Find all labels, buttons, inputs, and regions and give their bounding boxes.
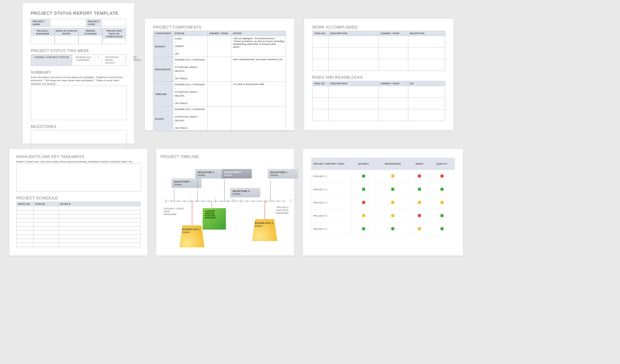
report-card-row: PROJECT 2 (311, 183, 455, 196)
timeline-tick (203, 200, 203, 202)
meta-value[interactable] (103, 39, 126, 44)
status-dot-cell (351, 170, 376, 183)
timeline-tick (266, 199, 266, 203)
timeline-tick (241, 199, 241, 203)
schedule-title: PROJECT SCHEDULE (16, 196, 140, 200)
notes-cell[interactable]: On track to final launch date (231, 82, 286, 107)
timeline-tick (234, 200, 235, 202)
notes-cell[interactable]: New developments, new team members, etc. (231, 57, 286, 82)
status-bar: OVERALL PROJECT STATUS ROADBLOCK / OVERA… (31, 54, 126, 66)
status-dot-icon (362, 201, 365, 204)
status-option[interactable]: ON TRACK (130, 55, 145, 66)
report-card-table: PROJECT REPORT CARD BUDGET RESOURCES RIS… (311, 158, 455, 236)
status-dot-cell (410, 170, 429, 183)
col-header: RESOURCES (376, 158, 410, 170)
owner-cell[interactable] (207, 36, 231, 57)
milestone-stem (198, 180, 198, 201)
status-dot-icon (391, 174, 395, 178)
status-dot-cell (376, 209, 410, 223)
status-dot-icon (391, 227, 395, 230)
roadblock-2: ROADBLOCK 2Details (252, 219, 277, 241)
col-header: OWNER / TEAM (207, 31, 231, 36)
components-title: PROJECT COMPONENTS (153, 25, 286, 29)
owner-cell[interactable] (207, 57, 231, 82)
project-name-value[interactable] (50, 19, 86, 27)
roadblock-stem (192, 201, 192, 226)
report-card-row: PROJECT 5 (311, 223, 455, 236)
status-dot-cell (351, 183, 376, 196)
status-dot-icon (440, 187, 444, 191)
roadblock-1: ROADBLOCK 1Details (179, 225, 204, 247)
highlights-box[interactable] (16, 163, 141, 192)
status-option[interactable]: POTENTIAL RISKS / DELAYS (102, 55, 122, 66)
status-dot-icon (440, 214, 444, 217)
owner-cell[interactable] (207, 82, 231, 107)
status-cell[interactable]: ROADBLOCK / OVERAGE – POTENTIAL RISKS / … (173, 107, 208, 131)
milestone-stem (233, 198, 233, 201)
timeline-tick (253, 200, 253, 202)
status-dot-icon (418, 187, 421, 191)
risk-table: RISK NO. DESCRIPTION OWNER / TEAM FIX (312, 81, 445, 121)
col-header: TASK NO. (313, 31, 329, 36)
status-dot-icon (418, 214, 421, 217)
timeline-tick (197, 200, 197, 202)
report-title: PROJECT STATUS REPORT TEMPLATE (31, 11, 126, 16)
status-dot-cell (429, 209, 455, 223)
end-label: PROJECTEND DATE00/00/0000 (263, 206, 289, 214)
status-cell[interactable]: ROADBLOCK / OVERAGE – POTENTIAL RISKS / … (173, 82, 208, 107)
milestone-stem (224, 180, 225, 201)
meta-value[interactable] (31, 36, 54, 41)
timeline-tick (228, 200, 228, 202)
project-code-value[interactable] (101, 19, 126, 27)
status-dot-cell (410, 196, 429, 209)
status-dot-cell (376, 196, 410, 209)
report-card-row: PROJECT 1 (311, 170, 455, 183)
notes-cell[interactable]: Call out highlights: "Exceptional work."… (231, 36, 286, 57)
col-header: WEEK NO. (17, 202, 34, 206)
notes-cell[interactable] (231, 107, 286, 131)
project-name: PROJECT 1 (311, 170, 352, 183)
timeline-tick (184, 200, 184, 202)
page-timeline: PROJECT TIMELINE MILESTONE 1DetailsMILES… (156, 149, 294, 256)
page-report-card: PROJECT REPORT CARD BUDGET RESOURCES RIS… (303, 149, 463, 256)
status-option[interactable]: ROADBLOCK / OVERAGE (72, 55, 95, 66)
current-position-sticky: CURRENTTIMELINEPOSITION00/00/0000 (203, 208, 226, 229)
project-name: PROJECT 4 (311, 209, 352, 223)
component-name: BUDGET (153, 36, 173, 57)
col-header: OWNER / TEAM (379, 31, 408, 36)
col-header: RISKS (410, 158, 429, 170)
status-dot-cell (376, 183, 410, 196)
project-code-label: PROJECT CODE (86, 19, 101, 27)
page-highlights-schedule: HIGHLIGHTS AND KEY TAKEAWAYS Bullets of … (9, 149, 147, 256)
meta-value[interactable] (79, 36, 102, 41)
col-header: STATUS (34, 202, 59, 206)
milestones-title: MILESTONES (31, 124, 126, 129)
status-dot-cell (351, 209, 376, 223)
status-dot-icon (391, 201, 395, 204)
summary-hint: Enter information here about overall sta… (31, 76, 126, 86)
milestone-box: MILESTONE 5Details (268, 169, 298, 178)
timeline-title: PROJECT TIMELINE (161, 155, 290, 159)
meta-table-1: PROJECT NAMEPROJECT CODE (31, 19, 126, 27)
col-header: NOTES (231, 31, 286, 36)
status-cell[interactable]: ROADBLOCK / OVERAGE – POTENTIAL RISKS / … (173, 57, 208, 82)
status-dot-icon (391, 187, 395, 191)
component-name: RESOURCES (153, 57, 173, 82)
timeline-diagram: MILESTONE 1DetailsMILESTONE 2DetailsMILE… (161, 160, 290, 251)
status-dot-cell (351, 223, 376, 236)
status-dot-cell (429, 170, 455, 183)
meta-value[interactable] (55, 36, 78, 41)
timeline-tick (209, 200, 209, 202)
milestone-stem (270, 180, 271, 201)
timeline-tick (278, 200, 278, 202)
timeline-tick (259, 200, 260, 202)
status-cell[interactable]: OVER – UNDER – ON (173, 36, 208, 57)
status-dot-cell (376, 223, 410, 236)
owner-cell[interactable] (207, 107, 231, 131)
project-name: PROJECT 5 (311, 223, 352, 236)
timeline-tick (165, 199, 166, 203)
col-header: OWNER / TEAM (379, 81, 408, 86)
summary-box[interactable] (31, 86, 127, 120)
milestone-stem (174, 189, 174, 201)
col-header: DESCRIPTION (328, 31, 379, 36)
